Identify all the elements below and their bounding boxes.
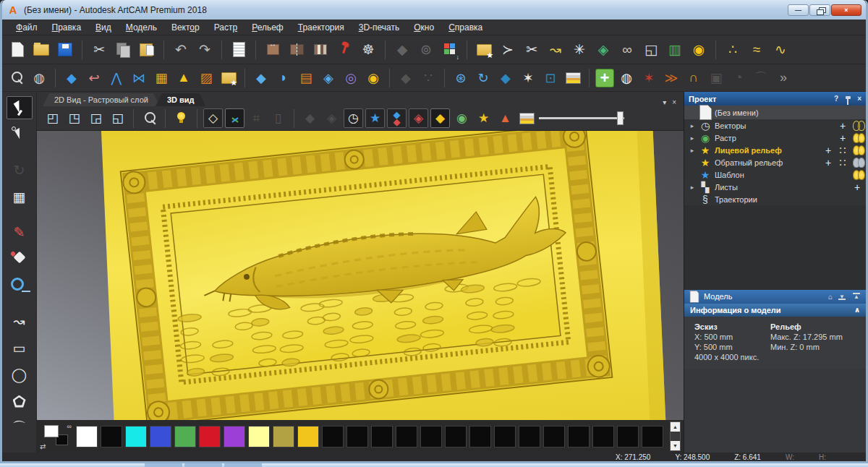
add-raster-button[interactable]: +	[837, 132, 848, 144]
green-sheets-icon[interactable]: ▥	[664, 39, 686, 61]
dome-knob-icon[interactable]: ◉	[363, 68, 383, 88]
palette-swatch-1[interactable]	[101, 426, 122, 447]
pin-icon[interactable]	[843, 94, 852, 104]
menu-item-6[interactable]: Рельеф	[245, 20, 290, 35]
maze-tool-icon[interactable]: ◱	[640, 39, 662, 61]
link-colors-icon[interactable]: ∞	[67, 423, 72, 430]
pillow-big-icon[interactable]: ◆	[495, 68, 516, 88]
texture-relief-icon[interactable]: ▨	[196, 68, 216, 88]
menu-item-8[interactable]: 3D-печать	[352, 20, 407, 35]
half-pillow-icon[interactable]: ◗	[273, 68, 294, 88]
home-icon[interactable]: ⌂	[828, 293, 833, 301]
rectangle-tool-icon[interactable]: ▭	[7, 336, 33, 359]
measure-tape-icon[interactable]	[7, 274, 33, 297]
palette-swatch-22[interactable]	[617, 426, 639, 447]
palette-swatch-21[interactable]	[592, 426, 614, 447]
palette-swatch-0[interactable]	[76, 426, 98, 447]
redo-icon[interactable]: ↷	[194, 39, 216, 61]
lamp-icon[interactable]	[333, 39, 355, 61]
emboss-wizard-icon[interactable]: ▲	[174, 68, 194, 88]
light-settings-icon[interactable]: ☸	[357, 39, 379, 61]
back-relief-layers-icon[interactable]: ∷	[837, 157, 848, 168]
color-reduce-icon[interactable]	[439, 39, 461, 61]
zoom-select-icon[interactable]	[7, 68, 27, 88]
tree-item-sheets-icon[interactable]: ▚	[699, 181, 712, 193]
palette-swatch-2[interactable]	[125, 426, 147, 447]
measure-binoculars-icon[interactable]: ∞	[616, 39, 638, 61]
undo-icon[interactable]: ↶	[170, 39, 192, 61]
node-path-icon[interactable]: ∿	[770, 39, 791, 61]
tree-item-back-relief[interactable]: ★Обратный рельеф+∷	[684, 156, 866, 168]
palette-swatch-23[interactable]	[642, 426, 663, 447]
polygon-tool-icon[interactable]	[7, 390, 33, 413]
tree-item-template[interactable]: ★Шаблон	[684, 168, 866, 181]
expander-icon[interactable]: ▸	[689, 134, 696, 142]
view-iso2-cube-icon[interactable]: ◲	[86, 108, 106, 128]
tree-root-model[interactable]: (Без имени)	[684, 106, 866, 119]
weave-relief-icon[interactable]: ▦	[151, 68, 171, 88]
template-visibility-icon[interactable]	[851, 169, 863, 181]
relief-library-icon[interactable]	[218, 68, 239, 88]
tree-item-toolpaths-icon[interactable]: §	[699, 194, 712, 205]
dock-up-icon[interactable]	[851, 291, 861, 301]
toolbar-overflow-icon[interactable]: ▾	[663, 98, 666, 106]
gold-blob-icon[interactable]: ◉	[688, 39, 710, 61]
polyline-tool-icon[interactable]: ↝	[7, 309, 33, 333]
light-toggle-icon[interactable]	[171, 108, 191, 128]
tree-item-front-relief-icon[interactable]: ★	[699, 145, 712, 156]
material-icon[interactable]: ◉	[452, 108, 472, 128]
wrap-curve-icon[interactable]: ≫	[661, 68, 681, 88]
tree-item-raster-icon[interactable]: ◉	[699, 132, 712, 144]
more-tools-icon[interactable]: »	[773, 68, 793, 88]
menu-item-7[interactable]: Траектория	[292, 20, 351, 35]
flat-plane-visibility-icon[interactable]: ◆	[430, 108, 450, 128]
relief-visibility-icon[interactable]	[387, 108, 407, 128]
set-model-size-icon[interactable]	[262, 39, 284, 61]
palette-swatch-7[interactable]	[248, 426, 270, 447]
node-edit-tool-icon[interactable]	[7, 123, 33, 146]
gem-tool-icon[interactable]: ◈	[592, 39, 614, 61]
tree-item-back-relief-icon[interactable]: ★	[699, 157, 712, 168]
scroll-down-button[interactable]: ▼	[671, 441, 680, 450]
palette-swatch-5[interactable]	[199, 426, 221, 447]
star-stamp-icon[interactable]: ✶	[518, 68, 538, 88]
collapse-icon[interactable]: ∧	[854, 306, 860, 314]
cut-icon[interactable]: ✂	[88, 39, 110, 61]
opacity-slider[interactable]	[539, 108, 624, 128]
tree-root-model-icon[interactable]	[699, 107, 712, 119]
close-view-icon[interactable]: ×	[672, 98, 676, 106]
menu-item-4[interactable]: Вектор	[165, 20, 206, 35]
scroll-up-button[interactable]: ▲	[671, 422, 680, 432]
model-row[interactable]: Модель ⌂	[684, 290, 866, 304]
vectors-visibility-icon[interactable]	[851, 120, 863, 132]
expander-icon[interactable]: ▸	[689, 184, 696, 191]
sculpt-tool-icon[interactable]: ⊛	[451, 68, 471, 88]
open-model-icon[interactable]	[30, 39, 52, 61]
vector-trim-icon[interactable]: ✂	[521, 39, 542, 61]
add-sheet-button[interactable]: +	[851, 181, 863, 193]
palette-swatch-13[interactable]	[396, 426, 417, 447]
front-relief-visibility-icon[interactable]	[851, 145, 863, 156]
windows-taskbar[interactable]	[0, 463, 868, 467]
spin-tool-icon[interactable]: ⋈	[129, 68, 149, 88]
ring-wrap-icon[interactable]: ◎	[341, 68, 361, 88]
3d-viewport[interactable]	[37, 131, 684, 420]
vector-flower-icon[interactable]: ✳	[569, 39, 590, 61]
paste-icon[interactable]	[136, 39, 158, 61]
draw-pencil-icon[interactable]: ✎	[7, 220, 33, 244]
circle-tool-icon[interactable]: ◯	[7, 363, 33, 386]
scatter-dots-icon[interactable]: ∴	[722, 39, 744, 61]
palette-swatch-10[interactable]	[322, 426, 344, 447]
offset-relief-icon[interactable]: ◈	[318, 68, 339, 88]
material-swatches-icon[interactable]	[310, 39, 331, 61]
color-layers-icon[interactable]	[517, 108, 537, 128]
dock-down-icon[interactable]	[837, 291, 847, 301]
view-top-cube-icon[interactable]: ◰	[43, 108, 62, 128]
swap-colors-icon[interactable]: ⇄	[40, 442, 46, 450]
smooth-relief-icon[interactable]: ◆	[61, 68, 82, 88]
menu-item-3[interactable]: Модель	[119, 20, 163, 35]
palette-swatch-4[interactable]	[174, 426, 196, 447]
tree-item-template-icon[interactable]: ★	[699, 169, 712, 181]
back-relief-visibility-icon[interactable]	[851, 157, 863, 168]
close-panel-icon[interactable]: ×	[857, 95, 861, 103]
